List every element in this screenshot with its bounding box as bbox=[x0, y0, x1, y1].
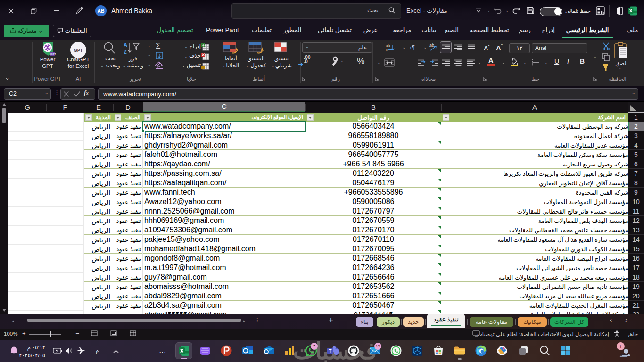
svg-text:c: c bbox=[386, 48, 388, 52]
svg-text:ab: ab bbox=[429, 43, 434, 48]
svg-text:Z: Z bbox=[124, 49, 127, 55]
svg-text:A: A bbox=[124, 42, 127, 48]
svg-text:GPT: GPT bbox=[74, 48, 83, 53]
svg-text:GPT: GPT bbox=[50, 53, 57, 56]
